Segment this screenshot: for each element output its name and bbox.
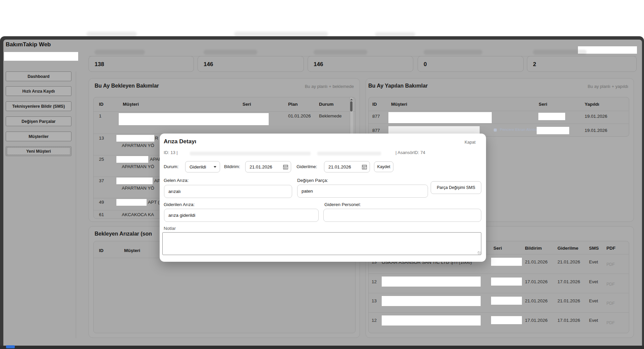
cell-yapildi: 19.01.2026 xyxy=(585,114,607,119)
scrollbar-up-icon[interactable] xyxy=(350,99,353,100)
col-seri: Seri xyxy=(243,102,251,107)
parca-degisimi-sms-button[interactable]: Parça Değişimi SMS xyxy=(431,181,481,194)
cell-id: 61 xyxy=(99,212,104,217)
pdf-link[interactable]: PDF xyxy=(606,282,615,287)
giderilme-date-input[interactable]: 21.01.2026 xyxy=(324,161,370,172)
sidebar-item-dashboard[interactable]: Dashboard xyxy=(6,71,71,81)
header-right-redacted-box[interactable] xyxy=(578,46,637,54)
snip-artifact-text: Pencere Ekran Alıntısı xyxy=(500,128,538,132)
sidebar-item-degisen-parcalar[interactable]: Değişen Parçalar xyxy=(6,116,71,126)
pdf-link[interactable]: PDF xyxy=(606,262,615,267)
cell-id: 12 xyxy=(372,318,377,323)
gideren-personel-label: Gideren Personel: xyxy=(324,202,361,207)
stat-label-redacted xyxy=(533,50,587,55)
customer-redacted-box xyxy=(116,135,154,142)
seri-redacted-box xyxy=(537,127,569,134)
cell-giderilme: 21.01.2026 xyxy=(557,259,580,264)
durum-value: Giderildi xyxy=(190,164,206,169)
bildirim-date-input[interactable]: 21.01.2026 xyxy=(245,161,291,172)
stat-value: 138 xyxy=(95,61,104,68)
stat-card xyxy=(89,56,194,72)
calendar-icon[interactable] xyxy=(362,164,367,169)
cell-id: 25 xyxy=(99,157,104,162)
col-yapildi: Yapıldı xyxy=(585,102,599,107)
customer-redacted-box xyxy=(116,199,147,206)
notlar-label: Notlar xyxy=(164,226,176,231)
seri-redacted-box xyxy=(491,297,522,305)
col-id: ID xyxy=(99,102,104,107)
pdf-link[interactable]: PDF xyxy=(606,301,615,306)
stat-label-redacted xyxy=(424,50,482,55)
stat-card xyxy=(308,56,413,72)
cell-bildirim: 17.01.2026 xyxy=(525,318,548,323)
col-durum: Durum xyxy=(319,102,334,107)
cell-customer-frag: APARTMAN YÖ xyxy=(122,164,154,169)
pending-maintenance-subtitle: Bu ay planlı + beklemede xyxy=(293,84,354,89)
cell-bildirim: 21.01.2026 xyxy=(525,298,548,303)
row-divider xyxy=(369,123,629,124)
col-seri: Seri xyxy=(539,102,547,107)
stat-card xyxy=(527,56,637,72)
sidebar-item-teknisyenlere-bildir[interactable]: Teknisyenlere Bildir (SMS) xyxy=(6,101,71,111)
cell-id: 13 xyxy=(372,298,377,303)
pending-faults-title: Bekleyen Arızalar (son xyxy=(95,231,152,237)
taskbar xyxy=(0,346,644,349)
cell-giderilme: 17.01.2026 xyxy=(557,279,580,284)
cell-sms: Evet xyxy=(589,298,598,303)
ariza-detayi-modal: Arıza Detayı Kapat ID: 13 | | AsansörID:… xyxy=(160,134,486,262)
durum-select[interactable]: Giderildi xyxy=(185,161,220,172)
seri-redacted-box xyxy=(491,258,522,266)
sidebar-divider xyxy=(76,71,76,338)
col-plan: Plan xyxy=(288,102,298,107)
row-divider xyxy=(369,312,629,313)
close-button[interactable]: Kapat xyxy=(463,140,478,145)
save-button[interactable]: Kaydet xyxy=(374,161,393,172)
stat-value: 2 xyxy=(533,61,536,68)
col-pdf: PDF xyxy=(606,246,615,251)
sidebar-item-musteriler[interactable]: Müşteriler xyxy=(6,132,71,141)
col-bildirim: Bildirim xyxy=(525,246,542,251)
giderilme-label: Giderilme: xyxy=(297,164,317,169)
sidebar-label: Değişen Parçalar xyxy=(21,119,55,124)
customer-redacted-box xyxy=(382,277,481,287)
scrollbar-thumb[interactable] xyxy=(350,101,353,111)
seri-redacted-box xyxy=(491,278,522,286)
sidebar-item-hizli-ariza-kaydi[interactable]: Hızlı Arıza Kaydı xyxy=(6,86,71,96)
col-sms: SMS xyxy=(589,246,599,251)
taskbar-app-accent[interactable] xyxy=(6,345,15,348)
calendar-icon[interactable] xyxy=(283,164,288,169)
gelen-ariza-input[interactable] xyxy=(164,185,292,198)
modal-title: Arıza Detayı xyxy=(164,138,196,145)
stat-value: 0 xyxy=(424,61,427,68)
pdf-link[interactable]: PDF xyxy=(606,320,615,325)
customer-redacted-box xyxy=(116,156,148,163)
modal-id-text: ID: 13 | xyxy=(164,150,178,155)
sidebar-label: Müşteriler xyxy=(29,134,49,139)
notlar-textarea[interactable] xyxy=(162,232,481,255)
customer-redacted-box xyxy=(119,113,269,125)
cell-customer-frag: APT ( xyxy=(148,200,159,205)
modal-asansor-id: | AsansörID: 74 xyxy=(395,150,425,155)
cell-id: 1 xyxy=(99,113,102,118)
cell-bildirim: 17.01.2026 xyxy=(525,279,548,284)
col-giderilme: Giderilme xyxy=(557,246,578,251)
gideren-personel-input[interactable] xyxy=(323,209,481,222)
sidebar-label: Teknisyenlere Bildir (SMS) xyxy=(12,104,65,109)
col-musteri: Müşteri xyxy=(124,248,140,253)
sidebar-item-yeni-musteri[interactable]: Yeni Müşteri xyxy=(6,146,71,156)
seri-redacted-box xyxy=(491,316,522,324)
customer-redacted-box xyxy=(116,178,153,184)
cell-id: 12 xyxy=(372,279,377,284)
stat-card xyxy=(198,56,304,72)
header-redacted-box[interactable] xyxy=(4,52,78,61)
textarea-resize-handle[interactable] xyxy=(478,251,481,255)
cell-plan: 01.01.2026 xyxy=(288,113,311,118)
degisen-parca-input[interactable] xyxy=(297,185,428,198)
stat-value: 146 xyxy=(314,61,323,68)
chevron-down-icon xyxy=(214,166,216,168)
giderilen-ariza-input[interactable] xyxy=(164,209,319,222)
row-divider xyxy=(369,111,629,111)
done-maintenance-title: Bu Ay Yapılan Bakımlar xyxy=(368,83,428,89)
pending-maintenance-title: Bu Ay Bekleyen Bakımlar xyxy=(95,83,159,89)
degisen-parca-label: Değişen Parça: xyxy=(297,178,328,183)
